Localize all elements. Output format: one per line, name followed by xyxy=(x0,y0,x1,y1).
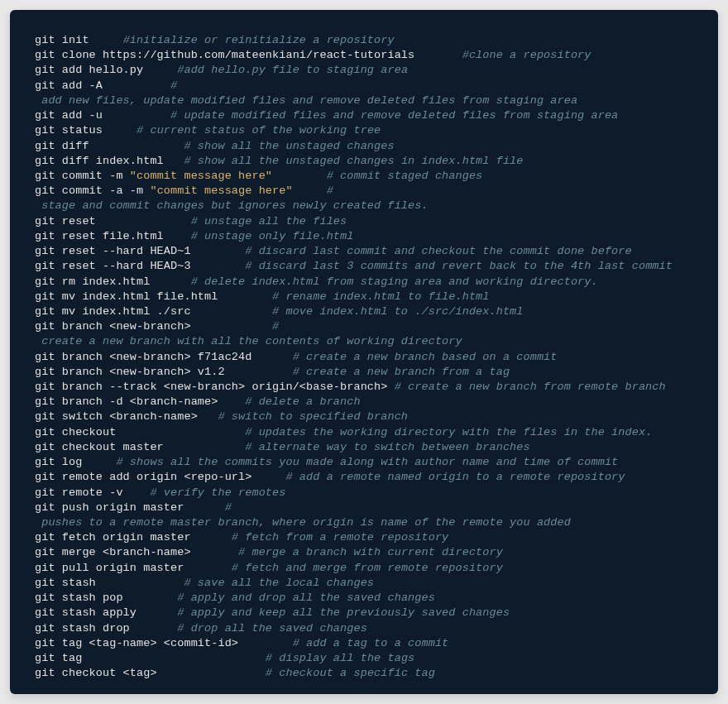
comment-text: # fetch and merge from remote repository xyxy=(232,562,503,574)
comment-text: # unstage only file.html xyxy=(191,230,354,242)
comment-text: # create a new branch based on a commit xyxy=(293,351,558,363)
command-text: git reset --hard HEAD~1 xyxy=(35,245,245,257)
command-text: git checkout xyxy=(35,426,245,438)
command-text: git fetch origin master xyxy=(35,531,232,544)
code-line: add new files, update modified files and… xyxy=(35,93,693,108)
code-line: git reset file.html # unstage only file.… xyxy=(35,229,693,244)
comment-text: # discard last commit and checkout the c… xyxy=(245,245,631,257)
comment-text: # current status of the working tree xyxy=(136,124,381,136)
code-line: git commit -a -m "commit message here" # xyxy=(35,184,693,199)
comment-text: # save all the local changes xyxy=(184,577,374,589)
code-line: git remote -v # verify the remotes xyxy=(35,486,693,500)
command-text: git add -u xyxy=(35,109,170,122)
command-text: git clone https://github.com/mateenkiani… xyxy=(35,49,462,61)
command-text: git remote add origin <repo-url> xyxy=(35,471,285,483)
command-text: git tag <tag-name> <commit-id> xyxy=(35,637,293,649)
command-text: git merge <branch-name> xyxy=(35,546,238,558)
comment-text: # xyxy=(272,320,279,333)
string-text: "commit message here" xyxy=(130,170,272,182)
command-text: git branch <new-branch> f71ac24d xyxy=(35,351,293,363)
code-line: git reset # unstage all the files xyxy=(35,214,693,229)
comment-text: add new files, update modified files and… xyxy=(35,94,577,107)
command-text: git diff index.html xyxy=(35,155,184,167)
command-text: git stash xyxy=(35,577,184,589)
comment-text: # delete a branch xyxy=(245,395,360,408)
command-text: git reset file.html xyxy=(35,230,191,242)
code-line: git switch <branch-name> # switch to spe… xyxy=(35,409,693,424)
command-text: git status xyxy=(35,124,136,136)
code-line: git tag <tag-name> <commit-id> # add a t… xyxy=(35,636,693,651)
code-line: git branch <new-branch> f71ac24d # creat… xyxy=(35,350,693,365)
comment-text: pushes to a remote master branch, where … xyxy=(35,516,571,529)
comment-text: # fetch from a remote repository xyxy=(232,531,448,544)
code-line: git reset --hard HEAD~3 # discard last 3… xyxy=(35,259,693,274)
command-text: git branch <new-branch> v1.2 xyxy=(35,366,293,378)
command-text: git mv index.html file.html xyxy=(35,290,272,303)
command-text xyxy=(293,184,327,197)
command-text: git commit -m xyxy=(35,170,130,182)
comment-text: # update modified files and remove delet… xyxy=(170,109,618,122)
code-line: git status # current status of the worki… xyxy=(35,123,693,138)
code-line: git fetch origin master # fetch from a r… xyxy=(35,530,693,545)
command-text: git branch <new-branch> xyxy=(35,320,272,333)
comment-text: #initialize or reinitialize a repository xyxy=(123,34,395,46)
comment-text: # create a new branch from remote branch xyxy=(395,381,666,393)
command-text: git reset xyxy=(35,215,191,227)
comment-text: # merge a branch with current directory xyxy=(238,546,503,558)
code-line: git branch <new-branch> v1.2 # create a … xyxy=(35,365,693,380)
code-line: git clone https://github.com/mateenkiani… xyxy=(35,48,693,63)
code-line: git branch -d <branch-name> # delete a b… xyxy=(35,395,693,409)
comment-text: # rename index.html to file.html xyxy=(272,290,489,303)
command-text xyxy=(272,170,327,182)
comment-text: # xyxy=(327,184,333,197)
comment-text: # alternate way to switch between branch… xyxy=(245,441,529,453)
code-line: git log # shows all the commits you made… xyxy=(35,455,693,470)
code-line: git branch <new-branch> # xyxy=(35,319,693,334)
code-line: git branch --track <new-branch> origin/<… xyxy=(35,380,693,395)
comment-text: # shows all the commits you made along w… xyxy=(116,456,618,468)
comment-text: #add hello.py file to staging area xyxy=(177,64,408,76)
command-text: git switch <branch-name> xyxy=(35,410,218,423)
comment-text: # apply and keep all the previously save… xyxy=(177,606,510,619)
command-text: git stash pop xyxy=(35,591,177,604)
command-text: git add hello.py xyxy=(35,64,177,76)
comment-text: # create a new branch from a tag xyxy=(293,366,510,378)
code-line: git remote add origin <repo-url> # add a… xyxy=(35,470,693,485)
command-text: git branch --track <new-branch> origin/<… xyxy=(35,381,395,393)
string-text: "commit message here" xyxy=(150,184,292,197)
code-line: stage and commit changes but ignores new… xyxy=(35,199,693,213)
code-line: git pull origin master # fetch and merge… xyxy=(35,561,693,576)
code-line: git merge <branch-name> # merge a branch… xyxy=(35,545,693,560)
code-line: pushes to a remote master branch, where … xyxy=(35,515,693,530)
code-line: git stash # save all the local changes xyxy=(35,576,693,591)
comment-text: # switch to specified branch xyxy=(218,410,408,423)
comment-text: # unstage all the files xyxy=(191,215,347,227)
command-text: git push origin master xyxy=(35,501,225,514)
comment-text: stage and commit changes but ignores new… xyxy=(35,199,429,212)
code-line: git mv index.html ./src # move index.htm… xyxy=(35,304,693,319)
code-line: git add -A # xyxy=(35,79,693,93)
comment-text: # discard last 3 commits and revert back… xyxy=(245,260,673,272)
comment-text: # xyxy=(170,79,177,92)
comment-text: # move index.html to ./src/index.html xyxy=(272,305,523,318)
code-line: git add -u # update modified files and r… xyxy=(35,108,693,123)
code-line: git reset --hard HEAD~1 # discard last c… xyxy=(35,244,693,259)
command-text: git stash apply xyxy=(35,606,177,619)
comment-text: # xyxy=(225,501,232,514)
command-text: git checkout master xyxy=(35,441,245,453)
code-line: git init #initialize or reinitialize a r… xyxy=(35,33,693,48)
code-line: git stash apply # apply and keep all the… xyxy=(35,606,693,620)
code-line: git mv index.html file.html # rename ind… xyxy=(35,290,693,304)
code-editor-panel: git init #initialize or reinitialize a r… xyxy=(10,10,718,694)
command-text: git pull origin master xyxy=(35,562,232,574)
comment-text: # delete index.html from staging area an… xyxy=(191,275,598,288)
command-text: git diff xyxy=(35,140,184,152)
comment-text: # apply and drop all the saved changes xyxy=(177,591,435,604)
comment-text: # updates the working directory with the… xyxy=(245,426,652,438)
code-line: git diff index.html # show all the unsta… xyxy=(35,154,693,169)
comment-text: # verify the remotes xyxy=(150,486,285,499)
comment-text: # commit staged changes xyxy=(327,170,483,182)
comment-text: # show all the unstaged changes in index… xyxy=(184,155,523,167)
comment-text: # drop all the saved changes xyxy=(177,622,367,635)
code-line: git checkout master # alternate way to s… xyxy=(35,440,693,455)
